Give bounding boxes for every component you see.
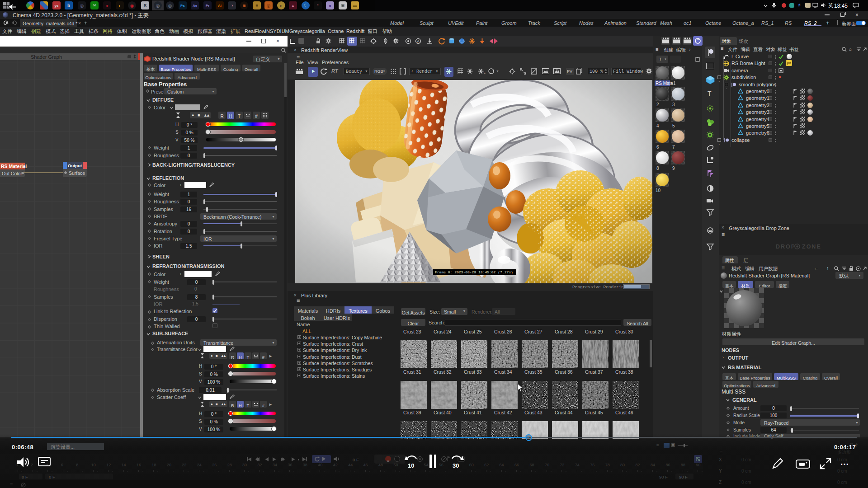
svg-text:Frame 0: 2023-08-29 18:45:0: Frame 0: 2023-08-29 18:45:02 (7.27s) <box>435 270 513 274</box>
svg-text:10: 10 <box>408 462 414 469</box>
svg-text:30: 30 <box>453 462 459 469</box>
svg-text:A: A <box>417 39 420 44</box>
